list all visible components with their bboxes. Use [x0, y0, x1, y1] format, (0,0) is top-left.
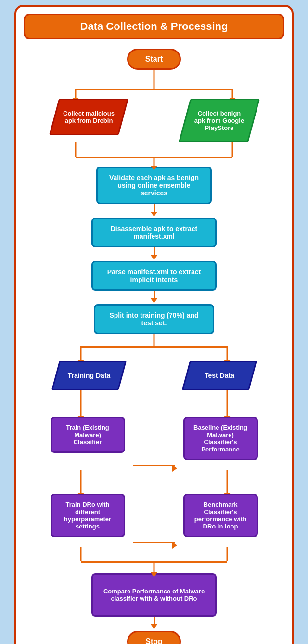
- compare-node: Compare Performance of Malware classifie…: [91, 573, 217, 617]
- stop-node: Stop: [127, 631, 181, 644]
- title-box: Data Collection & Processing: [24, 14, 284, 39]
- right-branch: Collect benign apk from Google PlayStore: [154, 99, 284, 142]
- training-data-node: Training Data: [51, 361, 127, 390]
- validate-node: Validate each apk as benign using online…: [96, 167, 212, 204]
- main-container: Data Collection & Processing Start Colle…: [14, 5, 294, 644]
- collect-benign-node: Collect benign apk from Google PlayStore: [179, 99, 260, 142]
- disassemble-node: Disassemble apk to extract manifest.xml: [91, 218, 217, 247]
- train-classifier-node: Train (Existing Malware) Classifier: [51, 417, 125, 453]
- split-node: Split into training (70%) and test set.: [94, 304, 214, 334]
- collect-malicious-node: Collect malicious apk from Drebin: [49, 99, 128, 135]
- title: Data Collection & Processing: [80, 20, 228, 32]
- test-data-node: Test Data: [181, 361, 257, 390]
- start-node: Start: [127, 49, 181, 70]
- baseline-node: Baseline (Existing Malware) Classifier's…: [183, 417, 258, 460]
- parse-node: Parse manifest.xml to extract implicit i…: [91, 261, 217, 291]
- left-branch: Collect malicious apk from Drebin: [24, 99, 154, 135]
- benchmark-node: Benchmark Classifier's performance with …: [183, 494, 258, 537]
- flowchart: Start Collect malicious apk from Drebin: [24, 49, 284, 644]
- train-dro-node: Train DRo with different hyperparameter …: [51, 494, 125, 537]
